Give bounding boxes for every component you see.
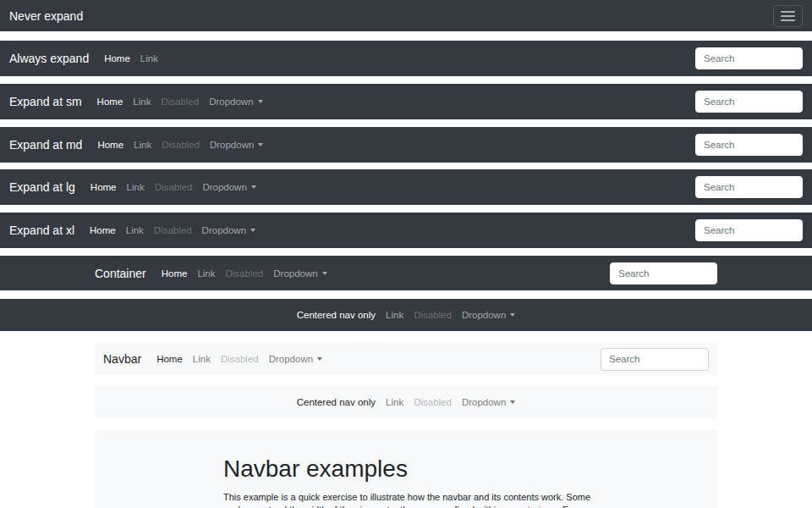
- search-input-expand-at-md[interactable]: [695, 134, 803, 156]
- nav-item-home[interactable]: Home: [85, 182, 122, 192]
- nav-item-home[interactable]: Home: [99, 53, 135, 64]
- nav-item-home[interactable]: Home: [92, 97, 129, 107]
- navbar-centered-light: Centered nav onlyLinkDisabledDropdown: [95, 386, 717, 418]
- nav-item-centered-nav-only[interactable]: Centered nav only: [292, 397, 381, 407]
- main-content: Navbar examples This example is a quick …: [0, 429, 812, 508]
- caret-down-icon: [251, 185, 256, 189]
- search-input-navbar-light[interactable]: [601, 348, 709, 371]
- navbar-expand-at-lg: Expand at lgHomeLinkDisabledDropdown: [0, 169, 812, 205]
- navbar-nav-container: HomeLinkDisabledDropdown: [156, 268, 332, 279]
- jumbotron-inner-column: Navbar examples This example is a quick …: [223, 456, 629, 508]
- navbar-nav-centered-light: Centered nav onlyLinkDisabledDropdown: [292, 397, 521, 407]
- intro-paragraph: This example is a quick exercise to illu…: [223, 491, 629, 508]
- navbar-brand-expand-at-lg[interactable]: Expand at lg: [9, 180, 75, 194]
- nav-item-disabled: Disabled: [216, 354, 264, 364]
- nav-item-dropdown[interactable]: Dropdown: [268, 268, 332, 279]
- search-input-container[interactable]: [610, 262, 717, 284]
- navbar-always-expand: Always expandHomeLink: [0, 41, 812, 76]
- navbar-nav-expand-at-lg: HomeLinkDisabledDropdown: [85, 182, 261, 192]
- caret-down-icon: [317, 357, 322, 361]
- nav-item-link[interactable]: Link: [381, 397, 409, 407]
- hamburger-menu-icon: [781, 11, 795, 21]
- intro-line-1: This example is a quick exercise to illu…: [223, 492, 590, 502]
- nav-item-disabled: Disabled: [156, 97, 204, 107]
- nav-item-home[interactable]: Home: [156, 268, 193, 279]
- navbar-navbar-light: NavbarHomeLinkDisabledDropdown: [95, 343, 717, 375]
- caret-down-icon: [510, 400, 515, 404]
- nav-item-dropdown[interactable]: Dropdown: [457, 310, 520, 320]
- navbar-toggler-button[interactable]: [773, 5, 803, 27]
- navbar-nav-centered-dark: Centered nav onlyLinkDisabledDropdown: [292, 310, 521, 320]
- caret-down-icon: [258, 100, 263, 103]
- caret-down-icon: [322, 272, 327, 275]
- nav-item-dropdown[interactable]: Dropdown: [204, 97, 267, 107]
- nav-item-disabled: Disabled: [409, 397, 457, 407]
- intro-line-2-before-code: navbars extend the width of the viewport…: [223, 505, 512, 508]
- navbars-stack: Never expandAlways expandHomeLinkExpand …: [0, 0, 812, 418]
- navbar-expand-at-md: Expand at mdHomeLinkDisabledDropdown: [0, 127, 812, 163]
- search-input-expand-at-sm[interactable]: [695, 91, 803, 113]
- navbar-brand-navbar-light[interactable]: Navbar: [103, 352, 141, 366]
- nav-item-link[interactable]: Link: [188, 354, 216, 364]
- navbar-brand-expand-at-sm[interactable]: Expand at sm: [9, 95, 82, 108]
- navbar-brand-expand-at-xl[interactable]: Expand at xl: [9, 224, 74, 237]
- navbar-nav-expand-at-sm: HomeLinkDisabledDropdown: [92, 97, 268, 107]
- nav-item-disabled: Disabled: [150, 182, 198, 192]
- nav-item-link[interactable]: Link: [381, 310, 409, 320]
- navbar-nav-expand-at-md: HomeLinkDisabledDropdown: [92, 140, 268, 150]
- page-title: Navbar examples: [223, 456, 629, 483]
- nav-item-home[interactable]: Home: [151, 354, 188, 364]
- search-input-expand-at-xl[interactable]: [695, 219, 803, 241]
- nav-item-home[interactable]: Home: [85, 225, 121, 235]
- nav-item-centered-nav-only[interactable]: Centered nav only: [292, 310, 381, 320]
- caret-down-icon: [510, 313, 515, 317]
- search-input-always-expand[interactable]: [695, 47, 803, 69]
- nav-item-link[interactable]: Link: [129, 140, 156, 150]
- navbar-brand-container[interactable]: Container: [95, 267, 146, 280]
- navbar-expand-at-xl: Expand at xlHomeLinkDisabledDropdown: [0, 213, 812, 248]
- navbar-nav-expand-at-xl: HomeLinkDisabledDropdown: [85, 225, 261, 235]
- nav-item-disabled: Disabled: [221, 268, 269, 279]
- nav-item-disabled: Disabled: [149, 225, 197, 235]
- navbar-centered-dark: Centered nav onlyLinkDisabledDropdown: [0, 299, 812, 331]
- navbar-expand-at-sm: Expand at smHomeLinkDisabledDropdown: [0, 84, 812, 119]
- nav-item-dropdown[interactable]: Dropdown: [457, 397, 520, 407]
- nav-item-link[interactable]: Link: [135, 53, 163, 64]
- navbar-nav-always-expand: HomeLink: [99, 53, 163, 64]
- nav-item-link[interactable]: Link: [192, 268, 220, 279]
- navbar-brand-expand-at-md[interactable]: Expand at md: [9, 138, 82, 152]
- intro-line-2-after-code: . For: [557, 505, 577, 508]
- navbar-container-wrapper: ContainerHomeLinkDisabledDropdown: [95, 256, 717, 290]
- nav-item-link[interactable]: Link: [128, 97, 156, 107]
- caret-down-icon: [250, 229, 255, 232]
- nav-item-dropdown[interactable]: Dropdown: [264, 354, 327, 364]
- nav-item-home[interactable]: Home: [92, 140, 129, 150]
- nav-item-link[interactable]: Link: [122, 182, 150, 192]
- search-input-expand-at-lg[interactable]: [695, 176, 803, 198]
- navbar-nav-navbar-light: HomeLinkDisabledDropdown: [151, 354, 327, 364]
- navbar-brand-never-expand[interactable]: Never expand: [9, 9, 83, 23]
- nav-item-dropdown[interactable]: Dropdown: [205, 140, 268, 150]
- caret-down-icon: [258, 143, 263, 146]
- nav-item-disabled: Disabled: [156, 140, 205, 150]
- navbar-never-expand: Never expand: [0, 0, 812, 31]
- jumbotron: Navbar examples This example is a quick …: [95, 429, 717, 508]
- nav-item-link[interactable]: Link: [121, 225, 149, 235]
- navbar-container: ContainerHomeLinkDisabledDropdown: [0, 256, 812, 290]
- nav-item-dropdown[interactable]: Dropdown: [197, 182, 261, 192]
- nav-item-dropdown[interactable]: Dropdown: [197, 225, 261, 235]
- navbar-brand-always-expand[interactable]: Always expand: [9, 52, 89, 65]
- nav-item-disabled: Disabled: [409, 310, 457, 320]
